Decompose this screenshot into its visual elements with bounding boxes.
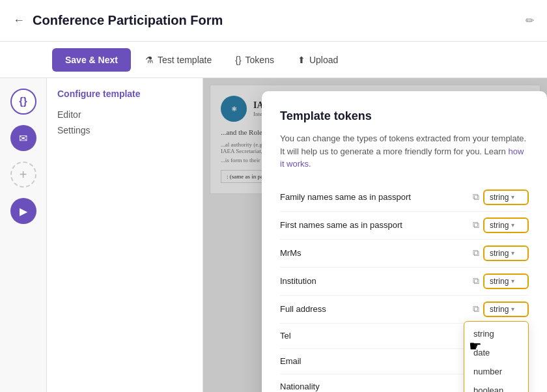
panel-nav-settings[interactable]: Settings bbox=[57, 122, 192, 138]
type-dropdown-menu: string date number boolean bbox=[464, 321, 529, 393]
side-panel: Configure template Editor Settings bbox=[47, 78, 203, 392]
token-row-family-names: Family names same as in passport ⧉ strin… bbox=[280, 184, 529, 212]
toolbar: Save & Next ⚗ Test template {} Tokens ⬆ … bbox=[0, 42, 547, 78]
chevron-down-icon-4: ▾ bbox=[511, 277, 514, 285]
type-dropdown-1[interactable]: string ▾ bbox=[483, 189, 529, 205]
sidebar: {} ✉ + ▶ bbox=[0, 78, 47, 392]
dropdown-option-date[interactable]: date bbox=[464, 343, 528, 362]
modal-description: You can change the types of tokens extra… bbox=[280, 132, 529, 171]
token-list: Family names same as in passport ⧉ strin… bbox=[280, 184, 529, 393]
boolean-option-label: boolean bbox=[473, 385, 503, 393]
upload-icon: ⬆ bbox=[298, 55, 305, 65]
type-dropdown-4[interactable]: string ▾ bbox=[483, 273, 529, 289]
configure-icon: {} bbox=[19, 96, 27, 107]
token-row-full-address: Full address ⧉ string ▾ string bbox=[280, 296, 529, 324]
test-icon: ⚗ bbox=[145, 55, 154, 65]
modal-title: Template tokens bbox=[280, 109, 529, 123]
token-row-mrms: MrMs ⧉ string ▾ bbox=[280, 240, 529, 268]
page-title: Conference Participation Form bbox=[33, 13, 518, 28]
token-row-institution: Institution ⧉ string ▾ bbox=[280, 268, 529, 296]
chevron-down-icon-5: ▾ bbox=[511, 305, 514, 313]
sidebar-step-mail[interactable]: ✉ bbox=[10, 125, 36, 151]
content-area: ⚛ IAEA International Atomic Energy Agenc… bbox=[203, 78, 547, 392]
top-bar: ← Conference Participation Form ✏ bbox=[0, 0, 547, 42]
copy-icon-1[interactable]: ⧉ bbox=[473, 191, 479, 203]
tokens-icon: {} bbox=[235, 55, 241, 65]
type-dropdown-3[interactable]: string ▾ bbox=[483, 245, 529, 261]
test-template-button[interactable]: ⚗ Test template bbox=[136, 49, 221, 70]
back-button[interactable]: ← bbox=[13, 14, 25, 27]
copy-icon-5[interactable]: ⧉ bbox=[473, 303, 479, 315]
modal-overlay: Template tokens You can change the types… bbox=[203, 78, 547, 392]
dropdown-option-string[interactable]: string bbox=[464, 324, 528, 343]
panel-title: Configure template bbox=[57, 89, 192, 99]
sidebar-step-add[interactable]: + bbox=[10, 161, 36, 188]
sidebar-step-play[interactable]: ▶ bbox=[10, 198, 36, 224]
chevron-down-icon-2: ▾ bbox=[511, 221, 514, 229]
dropdown-option-number[interactable]: number bbox=[464, 362, 528, 381]
copy-icon-2[interactable]: ⧉ bbox=[473, 219, 479, 231]
add-icon: + bbox=[20, 167, 27, 182]
panel-nav-editor[interactable]: Editor bbox=[57, 107, 192, 122]
edit-icon[interactable]: ✏ bbox=[526, 14, 534, 27]
save-next-button[interactable]: Save & Next bbox=[52, 48, 131, 72]
token-row-first-names: First names same as in passport ⧉ string… bbox=[280, 212, 529, 240]
chevron-down-icon: ▾ bbox=[511, 193, 514, 201]
copy-icon-4[interactable]: ⧉ bbox=[473, 275, 479, 287]
mail-icon: ✉ bbox=[19, 132, 27, 145]
copy-icon-3[interactable]: ⧉ bbox=[473, 247, 479, 259]
sidebar-step-configure[interactable]: {} bbox=[10, 89, 36, 115]
type-dropdown-5[interactable]: string ▾ string date bbox=[483, 301, 529, 317]
template-tokens-modal: Template tokens You can change the types… bbox=[262, 91, 547, 392]
type-dropdown-2[interactable]: string ▾ bbox=[483, 217, 529, 233]
upload-button[interactable]: ⬆ Upload bbox=[288, 49, 347, 70]
string-option-label: string bbox=[473, 329, 494, 339]
date-option-label: date bbox=[473, 348, 490, 357]
chevron-down-icon-3: ▾ bbox=[511, 249, 514, 257]
play-icon: ▶ bbox=[20, 205, 27, 217]
number-option-label: number bbox=[473, 367, 502, 376]
tokens-button[interactable]: {} Tokens bbox=[226, 49, 283, 70]
main-layout: {} ✉ + ▶ Configure template Editor Setti… bbox=[0, 78, 547, 392]
dropdown-option-boolean[interactable]: boolean bbox=[464, 381, 528, 393]
